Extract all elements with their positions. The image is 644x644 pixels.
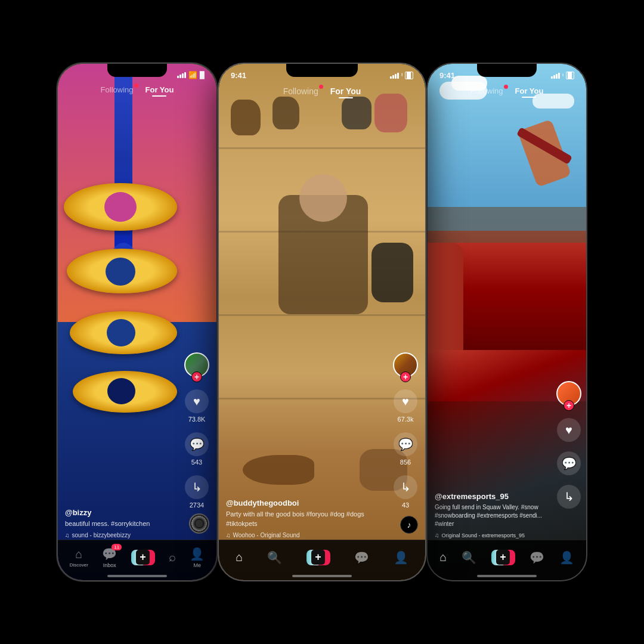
plus-button[interactable] <box>131 550 155 565</box>
right-wifi-icon: ᵎ <box>562 72 564 79</box>
following-notif-dot <box>134 83 138 88</box>
right-tab-following[interactable]: Following <box>470 86 503 95</box>
center-home-icon: ⌂ <box>236 550 243 564</box>
left-bottom-nav: ⌂ Discover 💬 11 Inbox ⌕ 👤 Me <box>58 540 216 580</box>
center-username: @buddythegoodboi <box>226 499 389 507</box>
center-plus-button[interactable] <box>306 550 330 565</box>
phone-center-screen: 9:41 ᵎ ▉ Following <box>219 64 425 580</box>
profile-icon: 👤 <box>190 547 205 561</box>
signal-icon <box>177 72 186 78</box>
right-inbox-icon: 💬 <box>530 550 544 565</box>
center-description: Party with all the good bois #foryou #do… <box>226 510 389 528</box>
phone-center: 9:41 ᵎ ▉ Following <box>218 63 426 581</box>
left-like-count: 73.8K <box>188 416 206 423</box>
right-music-icon: ♫ <box>435 532 439 538</box>
right-following-dot <box>504 85 508 89</box>
center-time: 9:41 <box>231 71 246 80</box>
right-username: @extremesports_95 <box>435 492 556 501</box>
right-bottom-nav: ⌂ 🔍 💬 👤 <box>428 540 586 580</box>
phones-container: 📶 ▉ Following For You + <box>0 0 644 644</box>
center-avatar-add[interactable]: + <box>400 371 411 382</box>
center-tab-following[interactable]: Following <box>283 86 318 96</box>
right-nav-plus[interactable] <box>491 550 515 565</box>
center-comment-count: 856 <box>400 459 411 466</box>
me-label: Me <box>194 562 202 568</box>
right-plus-button[interactable] <box>491 550 515 565</box>
right-signal-icon <box>551 73 560 79</box>
center-nav-search[interactable]: 🔍 <box>267 550 282 565</box>
center-share-icon: ↳ <box>394 475 417 499</box>
center-tab-foryou[interactable]: For You <box>330 86 361 96</box>
phone-left-screen: 📶 ▉ Following For You + <box>58 64 216 580</box>
center-comment-icon: 💬 <box>394 432 417 456</box>
center-like-count: 67.3k <box>398 416 414 423</box>
right-avatar-add[interactable]: + <box>564 400 574 411</box>
right-share-icon: ↳ <box>557 485 581 509</box>
right-nav-home[interactable]: ⌂ <box>439 550 447 564</box>
center-profile-icon: 👤 <box>394 550 408 565</box>
left-avatar-wrap[interactable]: + <box>184 352 209 377</box>
left-nav-me[interactable]: 👤 Me <box>190 547 205 568</box>
center-search-icon: 🔍 <box>267 550 282 565</box>
right-search-icon: 🔍 <box>462 550 476 565</box>
left-heart-icon: ♥ <box>185 389 209 413</box>
left-share-btn[interactable]: ↳ 2734 <box>185 475 209 509</box>
right-battery-icon: ▉ <box>566 72 574 79</box>
center-following-dot <box>319 85 323 89</box>
left-avatar-add[interactable]: + <box>191 371 202 382</box>
center-side-actions: + ♥ 67.3k 💬 856 ↳ 43 <box>393 352 418 509</box>
left-share-icon: ↳ <box>185 475 209 499</box>
right-nav-search[interactable]: 🔍 <box>462 550 476 565</box>
phone-right-screen: 9:41 ᵎ ▉ Following <box>428 64 586 580</box>
center-video-info: @buddythegoodboi Party with all the good… <box>226 499 389 538</box>
center-nav-inbox[interactable]: 💬 <box>354 550 369 565</box>
right-home-icon: ⌂ <box>439 550 447 564</box>
center-nav-home[interactable]: ⌂ <box>236 550 243 564</box>
music-note-icon: ♫ <box>65 532 70 538</box>
left-like-btn[interactable]: ♥ 73.8K <box>185 389 209 423</box>
left-nav-search[interactable]: ⌕ <box>169 550 176 564</box>
center-like-btn[interactable]: ♥ 67.3k <box>394 389 417 423</box>
home-icon: ⌂ <box>75 547 82 561</box>
left-status-icons: 📶 ▉ <box>177 71 205 79</box>
left-comment-btn[interactable]: 💬 543 <box>185 432 209 466</box>
center-comment-btn[interactable]: 💬 856 <box>394 432 417 466</box>
right-share-btn[interactable]: ↳ <box>557 485 581 509</box>
wifi-icon: 📶 <box>188 71 197 79</box>
phone-left: 📶 ▉ Following For You + <box>57 63 218 581</box>
right-nav-inbox[interactable]: 💬 <box>530 550 544 565</box>
right-avatar-wrap[interactable]: + <box>556 381 581 406</box>
left-nav-inbox[interactable]: 💬 11 Inbox <box>102 547 117 568</box>
center-home-indicator <box>292 575 352 577</box>
left-tab-following[interactable]: Following <box>101 85 134 94</box>
left-nav-tabs: Following For You <box>58 85 216 94</box>
left-comment-icon: 💬 <box>185 432 209 456</box>
home-label: Discover <box>70 562 88 568</box>
right-nav-me[interactable]: 👤 <box>559 550 574 565</box>
center-nav-me[interactable]: 👤 <box>394 550 408 565</box>
right-sound: ♫ Original Sound - extremesports_95 <box>435 532 556 538</box>
left-notch <box>107 64 167 77</box>
right-comment-btn[interactable]: 💬 <box>557 451 581 475</box>
left-nav-plus[interactable] <box>131 550 155 565</box>
right-comment-icon: 💬 <box>557 451 581 475</box>
right-nav-tabs: Following For You <box>428 86 586 95</box>
center-share-btn[interactable]: ↳ 43 <box>394 475 417 509</box>
left-side-actions: + ♥ 73.8K 💬 543 ↳ 2734 <box>184 352 209 509</box>
left-nav-home[interactable]: ⌂ Discover <box>70 547 88 568</box>
left-tab-foryou[interactable]: For You <box>145 85 174 94</box>
right-home-indicator <box>477 575 537 577</box>
right-tab-foryou[interactable]: For You <box>515 86 544 95</box>
left-home-indicator <box>107 575 167 577</box>
center-avatar-wrap[interactable]: + <box>393 352 418 377</box>
search-icon: ⌕ <box>169 550 176 564</box>
center-nav-plus[interactable] <box>306 550 330 565</box>
left-description: beautiful mess. #sorrykitchen <box>65 519 181 528</box>
left-music-disc <box>189 513 209 534</box>
tiktok-logo-icon: ♪ <box>400 516 418 534</box>
phone-right: 9:41 ᵎ ▉ Following <box>426 63 587 581</box>
left-sound: ♫ sound - bizzybeebizzy <box>65 532 181 538</box>
battery-icon: ▉ <box>200 72 205 79</box>
right-like-btn[interactable]: ♥ <box>557 418 581 442</box>
center-share-count: 43 <box>402 501 409 509</box>
